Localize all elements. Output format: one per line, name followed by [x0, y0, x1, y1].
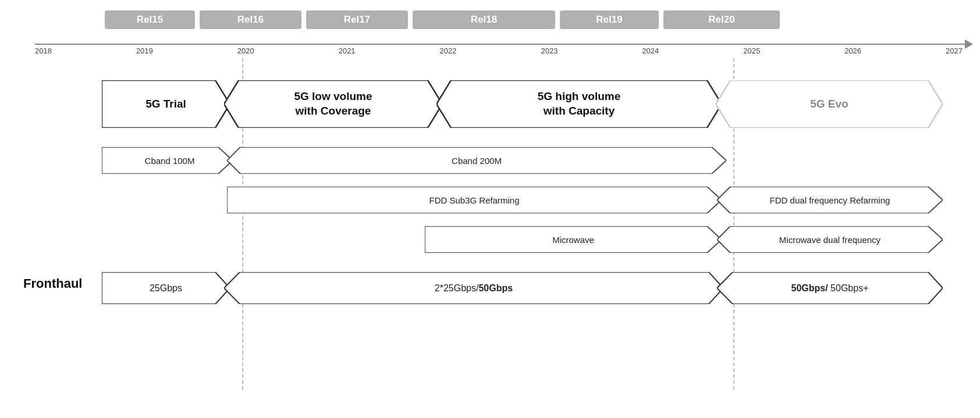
arrow-cband-200m-text: Cband 200M	[227, 147, 726, 174]
arrow-5g-trial-text: 5G Trial	[102, 80, 230, 128]
release-badge-rel16: Rel16	[200, 10, 301, 29]
year-2027: 2027	[946, 47, 963, 55]
year-2023: 2023	[541, 47, 558, 55]
arrow-fdd-sub3g: FDD Sub3G Refarming	[227, 187, 722, 213]
arrow-cband-100m: Cband 100M	[102, 147, 233, 174]
arrow-fdd-sub3g-text: FDD Sub3G Refarming	[227, 187, 722, 213]
arrow-5g-trial: 5G Trial	[102, 80, 230, 128]
year-2022: 2022	[440, 47, 457, 55]
arrow-fronthaul-2x25-text: 2*25Gbps/50Gbps	[224, 272, 723, 304]
year-2019: 2019	[136, 47, 153, 55]
year-2020: 2020	[237, 47, 254, 55]
year-labels: 2018 2019 2020 2021 2022 2023 2024 2025 …	[35, 47, 963, 55]
diagram-container: Rel15 Rel16 Rel17 Rel18 Rel19 Rel20 2018…	[0, 0, 980, 418]
arrow-microwave-dual: Microwave dual frequency	[717, 226, 943, 253]
arrow-fdd-dual: FDD dual frequency Refarming	[717, 187, 943, 213]
year-2024: 2024	[642, 47, 659, 55]
arrow-fronthaul-25: 25Gbps	[102, 272, 230, 304]
arrow-5g-low-volume-text: 5G low volumewith Coverage	[224, 80, 442, 128]
year-2018: 2018	[35, 47, 52, 55]
release-badge-rel20: Rel20	[663, 10, 780, 29]
year-2025: 2025	[743, 47, 760, 55]
arrow-fronthaul-50-text: 50Gbps/ 50Gbps+	[717, 272, 943, 304]
arrow-fdd-dual-text: FDD dual frequency Refarming	[717, 187, 943, 213]
arrow-cband-100m-text: Cband 100M	[102, 147, 233, 174]
timeline-arrow	[965, 40, 973, 49]
arrow-5g-high-volume: 5G high volumewith Capacity	[436, 80, 722, 128]
release-badge-rel15: Rel15	[105, 10, 195, 29]
arrow-fronthaul-25-text: 25Gbps	[102, 272, 230, 304]
timeline-axis	[35, 44, 965, 45]
arrow-microwave-dual-text: Microwave dual frequency	[717, 226, 943, 253]
release-badge-rel17: Rel17	[306, 10, 408, 29]
arrow-microwave: Microwave	[425, 226, 722, 253]
arrow-5g-evo-text: 5G Evo	[716, 80, 943, 128]
arrow-cband-200m: Cband 200M	[227, 147, 726, 174]
fronthaul-label: Fronthaul	[23, 276, 82, 291]
year-2021: 2021	[339, 47, 356, 55]
arrow-5g-low-volume: 5G low volumewith Coverage	[224, 80, 442, 128]
arrow-fronthaul-2x25: 2*25Gbps/50Gbps	[224, 272, 723, 304]
release-badge-rel18: Rel18	[413, 10, 555, 29]
arrow-microwave-text: Microwave	[425, 226, 722, 253]
arrow-5g-high-volume-text: 5G high volumewith Capacity	[436, 80, 722, 128]
arrow-fronthaul-50: 50Gbps/ 50Gbps+	[717, 272, 943, 304]
arrow-5g-evo: 5G Evo	[716, 80, 943, 128]
year-2026: 2026	[844, 47, 861, 55]
release-badge-rel19: Rel19	[560, 10, 659, 29]
